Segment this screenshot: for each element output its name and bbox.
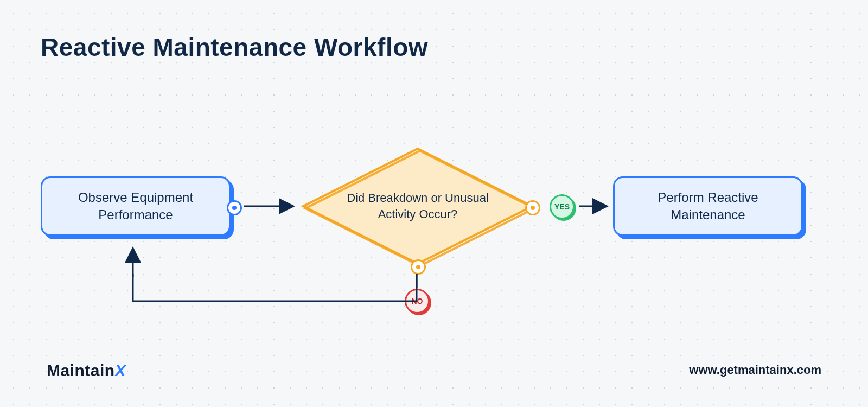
- footer-url: www.getmaintainx.com: [689, 363, 821, 377]
- brand-logo: MaintainX: [47, 361, 126, 380]
- decision-label: Did Breakdown or Unusual Activity Occur?: [301, 190, 534, 222]
- arrow-observe-to-decision: [244, 201, 298, 212]
- decision-breakdown: Did Breakdown or Unusual Activity Occur?: [301, 147, 534, 266]
- process-perform-label: Perform Reactive Maintenance: [628, 189, 788, 224]
- arrow-yes-to-perform: [579, 201, 612, 212]
- yes-label: YES: [554, 202, 570, 211]
- process-observe-label: Observe Equipment Performance: [55, 189, 216, 224]
- process-perform: Perform Reactive Maintenance: [613, 176, 803, 236]
- arrow-no-loopback: [125, 271, 429, 320]
- brand-prefix: Maintain: [47, 361, 115, 379]
- connector-out-observe: [227, 200, 242, 215]
- brand-suffix: X: [115, 361, 126, 379]
- connector-decision-yes: [525, 200, 540, 215]
- process-observe: Observe Equipment Performance: [41, 176, 231, 236]
- yes-badge: YES: [550, 194, 575, 219]
- diagram-title: Reactive Maintenance Workflow: [41, 33, 428, 62]
